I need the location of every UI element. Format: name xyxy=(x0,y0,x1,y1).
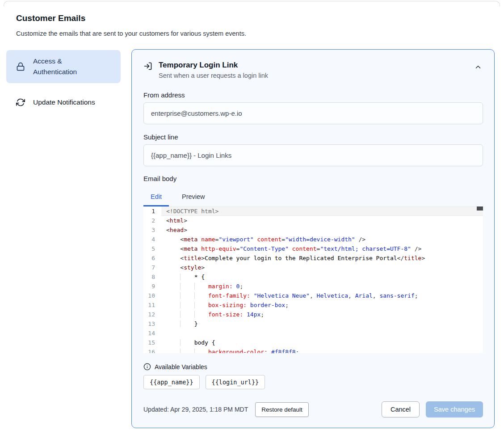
line-number: 12 xyxy=(143,310,155,319)
panel-title: Temporary Login Link xyxy=(159,60,268,70)
card-top-edge xyxy=(4,1,500,6)
lock-icon xyxy=(16,62,25,71)
code-line[interactable]: font-size: 14px; xyxy=(161,310,483,319)
line-number: 1 xyxy=(143,206,155,216)
code-line[interactable] xyxy=(161,328,483,338)
code-line[interactable]: <meta name="viewport" content="width=dev… xyxy=(161,235,483,244)
panel-header-text: Temporary Login Link Sent when a user re… xyxy=(159,60,268,79)
panel-subtitle: Sent when a user requests a login link xyxy=(159,72,268,79)
editor-scrollbar-thumb[interactable] xyxy=(477,206,483,211)
code-line[interactable]: font-family: "Helvetica Neue", Helvetica… xyxy=(161,291,483,300)
panel-footer: Updated: Apr 29, 2025, 1:18 PM MDT Resto… xyxy=(143,401,483,417)
code-line[interactable]: box-sizing: border-box; xyxy=(161,300,483,310)
restore-default-button[interactable]: Restore default xyxy=(255,402,309,417)
line-number: 9 xyxy=(143,282,155,291)
editor-gutter: 12345678910111213141516 xyxy=(143,206,161,353)
email-types-sidebar: Access & Authentication Update Notificat… xyxy=(6,50,121,116)
code-line[interactable]: body { xyxy=(161,338,483,347)
updated-timestamp: Updated: Apr 29, 2025, 1:18 PM MDT xyxy=(143,406,248,413)
code-editor: 12345678910111213141516 <!DOCTYPE html><… xyxy=(143,206,483,353)
line-number: 4 xyxy=(143,235,155,244)
chevron-up-icon xyxy=(474,63,482,71)
line-number: 3 xyxy=(143,225,155,235)
page-subtitle: Customize the emails that are sent to yo… xyxy=(16,30,246,37)
sidebar-item-access-authentication[interactable]: Access & Authentication xyxy=(6,50,121,83)
line-number: 5 xyxy=(143,244,155,253)
line-number: 2 xyxy=(143,216,155,225)
subject-line-label: Subject line xyxy=(143,133,483,141)
save-changes-button[interactable]: Save changes xyxy=(426,401,483,417)
editor-code[interactable]: <!DOCTYPE html><html><head> <meta name="… xyxy=(161,206,483,353)
variable-chips: {{app_name}} {{login_url}} xyxy=(143,375,483,389)
from-address-label: From address xyxy=(143,91,483,99)
code-line[interactable]: margin: 0; xyxy=(161,282,483,291)
from-address-input[interactable] xyxy=(143,102,483,124)
collapse-section-button[interactable] xyxy=(474,63,482,71)
tab-preview[interactable]: Preview xyxy=(175,187,212,206)
tab-edit[interactable]: Edit xyxy=(143,187,169,206)
line-number: 16 xyxy=(143,347,155,353)
code-line[interactable]: <title>Complete your login to the Replic… xyxy=(161,253,483,263)
code-line[interactable]: <head> xyxy=(161,225,483,235)
code-line[interactable]: <html> xyxy=(161,216,483,225)
cancel-button[interactable]: Cancel xyxy=(382,401,420,417)
panel-header: Temporary Login Link Sent when a user re… xyxy=(143,60,483,79)
line-number: 14 xyxy=(143,328,155,338)
line-number: 15 xyxy=(143,338,155,347)
variable-chip-login-url[interactable]: {{login_url}} xyxy=(206,375,265,389)
info-icon xyxy=(143,363,151,371)
variable-chip-app-name[interactable]: {{app_name}} xyxy=(143,375,200,389)
line-number: 10 xyxy=(143,291,155,300)
email-settings-panel: Temporary Login Link Sent when a user re… xyxy=(131,49,495,428)
code-line[interactable]: <meta http-equiv="Content-Type" content=… xyxy=(161,244,483,253)
subject-line-input[interactable] xyxy=(143,144,483,166)
page-title: Customer Emails xyxy=(16,13,85,23)
editor-tabs: Edit Preview xyxy=(143,187,483,206)
line-number: 7 xyxy=(143,263,155,272)
code-line[interactable]: * { xyxy=(161,272,483,282)
line-number: 13 xyxy=(143,319,155,328)
sidebar-item-update-notifications[interactable]: Update Notifications xyxy=(6,89,121,116)
sidebar-item-label: Update Notifications xyxy=(33,97,95,108)
available-variables-header: Available Variables xyxy=(143,363,483,371)
refresh-icon xyxy=(16,98,25,107)
code-line[interactable]: } xyxy=(161,319,483,328)
code-line[interactable]: <!DOCTYPE html> xyxy=(161,206,483,216)
line-number: 6 xyxy=(143,253,155,263)
code-line[interactable]: <style> xyxy=(161,263,483,272)
email-body-label: Email body xyxy=(143,175,483,182)
available-variables-label: Available Variables xyxy=(155,363,207,371)
line-number: 8 xyxy=(143,272,155,282)
code-line[interactable]: background-color: #f8f8f8; xyxy=(161,347,483,353)
line-number: 11 xyxy=(143,300,155,310)
login-link-icon xyxy=(143,60,152,79)
sidebar-item-label: Access & Authentication xyxy=(33,56,100,77)
